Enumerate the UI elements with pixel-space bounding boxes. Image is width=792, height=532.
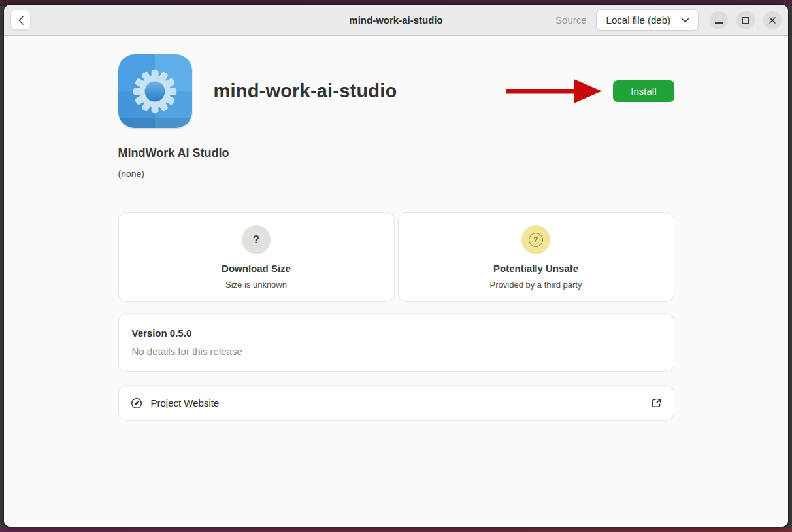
app-origin: (none)	[118, 169, 674, 179]
potentially-unsafe-icon: ?	[521, 225, 550, 254]
app-header: mind-work-ai-studio Install	[118, 54, 674, 128]
minimize-button[interactable]	[710, 11, 728, 29]
headerbar-right: Source Local file (deb)	[555, 9, 782, 31]
download-size-tile[interactable]: ? Download Size Size is unknown	[118, 212, 395, 302]
source-dropdown[interactable]: Local file (deb)	[596, 9, 699, 31]
app-icon	[118, 54, 192, 128]
app-display-name: MindWork AI Studio	[118, 146, 674, 160]
tile-title: Potentially Unsafe	[493, 263, 578, 274]
question-glyph: ?	[533, 235, 538, 244]
version-details: No details for this release	[132, 346, 661, 357]
unknown-size-icon: ?	[242, 225, 271, 254]
source-label: Source	[555, 14, 587, 25]
window-controls	[710, 11, 782, 29]
project-website-row[interactable]: Project Website	[118, 385, 674, 421]
safety-tile[interactable]: ? Potentially Unsafe Provided by a third…	[398, 212, 674, 302]
close-button[interactable]	[763, 11, 782, 29]
external-link-icon	[651, 397, 662, 408]
circled-question-glyph: ?	[529, 233, 543, 247]
version-card: Version 0.5.0 No details for this releas…	[118, 313, 674, 372]
app-package-name: mind-work-ai-studio	[214, 80, 397, 102]
compass-icon	[131, 397, 142, 409]
chevron-left-icon	[18, 15, 24, 25]
minimize-icon	[715, 22, 723, 24]
chevron-down-icon	[681, 18, 689, 23]
window-title: mind-work-ai-studio	[349, 14, 442, 25]
headerbar: mind-work-ai-studio Source Local file (d…	[4, 5, 788, 36]
maximize-button[interactable]	[736, 11, 755, 29]
tile-subtitle: Size is unknown	[225, 280, 287, 290]
source-dropdown-value: Local file (deb)	[606, 14, 670, 25]
app-window: mind-work-ai-studio Source Local file (d…	[4, 5, 788, 527]
app-details-page: mind-work-ai-studio Install MindWork AI …	[4, 36, 788, 527]
gear-icon	[131, 67, 179, 116]
back-button[interactable]	[10, 10, 31, 30]
tile-title: Download Size	[222, 263, 291, 274]
tile-subtitle: Provided by a third party	[490, 280, 582, 290]
red-arrow-annotation	[506, 78, 602, 105]
website-label: Project Website	[151, 397, 220, 408]
question-glyph: ?	[253, 233, 259, 246]
version-title: Version 0.5.0	[132, 327, 661, 339]
install-button[interactable]: Install	[613, 80, 674, 102]
maximize-icon	[742, 17, 749, 24]
context-tiles: ? Download Size Size is unknown ? Potent…	[118, 212, 674, 302]
close-icon	[768, 16, 776, 24]
